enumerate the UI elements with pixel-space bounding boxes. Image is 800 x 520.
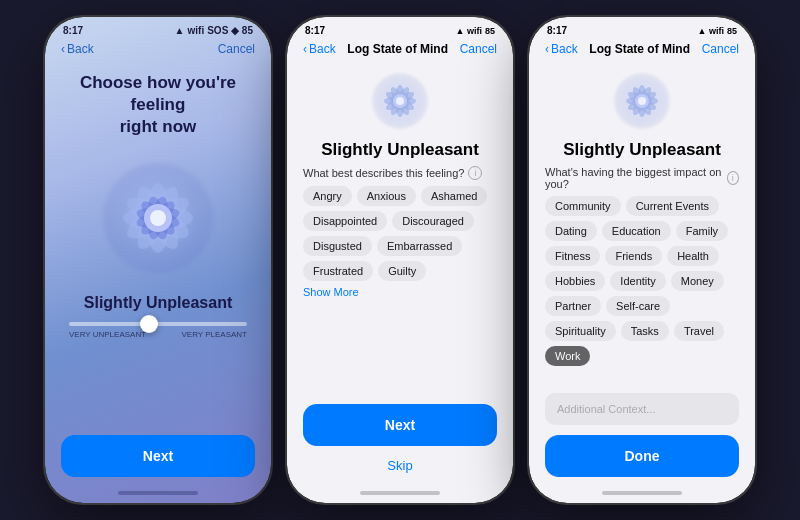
slider-labels: VERY UNPLEASANT VERY PLEASANT: [69, 330, 247, 339]
back-button-1[interactable]: ‹ Back: [61, 42, 94, 56]
home-indicator-1: [45, 485, 271, 503]
slider-min-label: VERY UNPLEASANT: [69, 330, 146, 339]
chevron-left-icon: ‹: [61, 42, 65, 56]
slider-track[interactable]: [69, 322, 247, 326]
svg-point-14: [150, 210, 166, 226]
tag-item[interactable]: Self-care: [606, 296, 670, 316]
flower-animation-1: [88, 148, 228, 288]
show-more-button[interactable]: Show More: [303, 286, 497, 298]
cancel-button-2[interactable]: Cancel: [460, 42, 497, 56]
status-bar-1: 8:17 ▲ wifi SOS ◆ 85: [45, 17, 271, 38]
status-icons-2: ▲ wifi 85: [456, 26, 495, 36]
flower-animation-3: [607, 66, 677, 136]
tags-area-2: AngryAnxiousAshamedDisappointedDiscourag…: [303, 186, 497, 284]
tag-item[interactable]: Current Events: [626, 196, 719, 216]
tag-item[interactable]: Community: [545, 196, 621, 216]
tag-item[interactable]: Frustrated: [303, 261, 373, 281]
next-button-1[interactable]: Next: [61, 435, 255, 477]
home-bar-1: [118, 491, 198, 495]
slider-container[interactable]: VERY UNPLEASANT VERY PLEASANT: [61, 322, 255, 339]
tag-item[interactable]: Partner: [545, 296, 601, 316]
question-text-3: What's having the biggest impact on you?: [545, 166, 723, 190]
time-2: 8:17: [305, 25, 325, 36]
phones-container: 8:17 ▲ wifi SOS ◆ 85 ‹ Back Cancel Choos…: [33, 5, 767, 515]
section-title-3: Slightly Unpleasant: [563, 140, 721, 160]
info-icon-3[interactable]: i: [727, 171, 739, 185]
phone-2: 8:17 ▲ wifi 85 ‹ Back Log State of Mind …: [285, 15, 515, 505]
feeling-label-1: Slightly Unpleasant: [84, 294, 232, 312]
phone-1: 8:17 ▲ wifi SOS ◆ 85 ‹ Back Cancel Choos…: [43, 15, 273, 505]
next-button-2[interactable]: Next: [303, 404, 497, 446]
svg-point-23: [396, 97, 404, 105]
tag-item[interactable]: Identity: [610, 271, 665, 291]
back-button-3[interactable]: ‹ Back: [545, 42, 578, 56]
question-text-2: What best describes this feeling?: [303, 167, 464, 179]
tag-item[interactable]: Disgusted: [303, 236, 372, 256]
info-icon-2[interactable]: i: [468, 166, 482, 180]
back-button-2[interactable]: ‹ Back: [303, 42, 336, 56]
tag-item[interactable]: Work: [545, 346, 590, 366]
status-icons-1: ▲ wifi SOS ◆ 85: [175, 25, 253, 36]
tag-item[interactable]: Dating: [545, 221, 597, 241]
status-bar-2: 8:17 ▲ wifi 85: [287, 17, 513, 38]
screen-content-3: Slightly Unpleasant What's having the bi…: [529, 62, 755, 485]
tag-item[interactable]: Spirituality: [545, 321, 616, 341]
wifi-icon: wifi: [188, 25, 205, 36]
tag-item[interactable]: Hobbies: [545, 271, 605, 291]
tag-item[interactable]: Health: [667, 246, 719, 266]
tag-item[interactable]: Tasks: [621, 321, 669, 341]
nav-bar-3: ‹ Back Log State of Mind Cancel: [529, 38, 755, 62]
signal-icon-2: ▲ wifi: [456, 26, 482, 36]
tag-item[interactable]: Ashamed: [421, 186, 487, 206]
svg-point-32: [638, 97, 646, 105]
nav-title-3: Log State of Mind: [589, 42, 690, 56]
status-icons-3: ▲ wifi 85: [698, 26, 737, 36]
tags-area-3: CommunityCurrent EventsDatingEducationFa…: [545, 196, 739, 389]
tag-item[interactable]: Anxious: [357, 186, 416, 206]
tag-item[interactable]: Education: [602, 221, 671, 241]
time-1: 8:17: [63, 25, 83, 36]
slider-max-label: VERY PLEASANT: [181, 330, 247, 339]
cancel-button-1[interactable]: Cancel: [218, 42, 255, 56]
tag-item[interactable]: Embarrassed: [377, 236, 462, 256]
tag-item[interactable]: Angry: [303, 186, 352, 206]
cancel-button-3[interactable]: Cancel: [702, 42, 739, 56]
home-bar-3: [602, 491, 682, 495]
nav-bar-2: ‹ Back Log State of Mind Cancel: [287, 38, 513, 62]
page-title-1: Choose how you're feeling right now: [61, 72, 255, 138]
tag-item[interactable]: Family: [676, 221, 728, 241]
battery-1: SOS ◆ 85: [207, 25, 253, 36]
signal-icon-3: ▲ wifi: [698, 26, 724, 36]
home-indicator-2: [287, 485, 513, 503]
tag-item[interactable]: Travel: [674, 321, 724, 341]
question-row-2: What best describes this feeling? i: [303, 166, 497, 180]
signal-icon: ▲: [175, 25, 185, 36]
status-bar-3: 8:17 ▲ wifi 85: [529, 17, 755, 38]
tag-item[interactable]: Friends: [605, 246, 662, 266]
home-bar-2: [360, 491, 440, 495]
battery-3: 85: [727, 26, 737, 36]
skip-button[interactable]: Skip: [303, 454, 497, 477]
section-title-2: Slightly Unpleasant: [321, 140, 479, 160]
tag-item[interactable]: Fitness: [545, 246, 600, 266]
btn-area-2: Next Skip: [303, 396, 497, 485]
tag-item[interactable]: Money: [671, 271, 724, 291]
tag-item[interactable]: Disappointed: [303, 211, 387, 231]
tag-item[interactable]: Guilty: [378, 261, 426, 281]
home-indicator-3: [529, 485, 755, 503]
additional-context-field[interactable]: Additional Context...: [545, 393, 739, 425]
flower-animation-2: [365, 66, 435, 136]
chevron-left-icon-3: ‹: [545, 42, 549, 56]
screen-content-1: Choose how you're feeling right now: [45, 62, 271, 485]
screen-content-2: Slightly Unpleasant What best describes …: [287, 62, 513, 485]
question-row-3: What's having the biggest impact on you?…: [545, 166, 739, 190]
time-3: 8:17: [547, 25, 567, 36]
chevron-left-icon-2: ‹: [303, 42, 307, 56]
nav-bar-1: ‹ Back Cancel: [45, 38, 271, 62]
battery-2: 85: [485, 26, 495, 36]
done-button[interactable]: Done: [545, 435, 739, 477]
phone-3: 8:17 ▲ wifi 85 ‹ Back Log State of Mind …: [527, 15, 757, 505]
tag-item[interactable]: Discouraged: [392, 211, 474, 231]
nav-title-2: Log State of Mind: [347, 42, 448, 56]
